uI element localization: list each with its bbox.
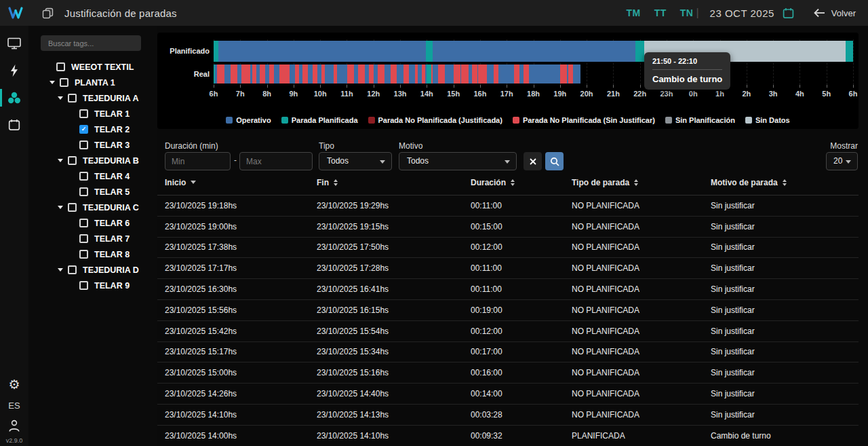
gantt-segment-nj[interactable]	[438, 64, 444, 83]
tree-item[interactable]: TEJEDURIA A	[28, 90, 157, 106]
gantt-segment-nj[interactable]	[302, 64, 309, 83]
sort-icon[interactable]	[334, 179, 338, 186]
gantt-segment-nj[interactable]	[560, 64, 567, 83]
tree-checkbox[interactable]: ✓	[79, 125, 88, 134]
nav-monitor[interactable]	[0, 30, 28, 57]
gantt-segment-op[interactable]	[218, 41, 426, 62]
tree-checkbox[interactable]	[68, 203, 77, 212]
clear-filters-button[interactable]	[524, 152, 542, 170]
table-row[interactable]: 23/10/2025 17:38hs23/10/2025 17:50hs00:1…	[157, 238, 859, 259]
table-row[interactable]: 23/10/2025 15:42hs23/10/2025 15:54hs00:1…	[157, 321, 859, 342]
nav-machines[interactable]	[0, 84, 28, 111]
gantt-segment-nj[interactable]	[295, 64, 299, 83]
gantt-segment-nj[interactable]	[321, 64, 325, 83]
gantt-row-real[interactable]	[214, 64, 853, 83]
tree-checkbox[interactable]	[79, 187, 88, 196]
gantt-segment-nj[interactable]	[358, 64, 365, 83]
shift-tm-button[interactable]: TM	[626, 7, 640, 18]
gantt-segment-nj[interactable]	[514, 64, 519, 83]
gantt-segment-pp[interactable]	[635, 41, 644, 62]
gantt-segment-nj[interactable]	[478, 64, 487, 83]
gantt-segment-nj[interactable]	[461, 64, 469, 83]
gantt-segment-pp[interactable]	[426, 41, 433, 62]
tree-item[interactable]: ✓TELAR 2	[28, 122, 157, 137]
tree-checkbox[interactable]	[79, 172, 88, 181]
gantt-segment-nj[interactable]	[279, 64, 290, 83]
gantt-segment-nj[interactable]	[391, 64, 397, 83]
column-header[interactable]: Motivo de parada	[703, 178, 859, 187]
tree-checkbox[interactable]	[68, 265, 77, 274]
gantt-segment-nj[interactable]	[217, 64, 224, 83]
brand-logo[interactable]	[0, 6, 31, 20]
gantt-segment-pp[interactable]	[214, 41, 218, 62]
gantt-segment-nj[interactable]	[494, 64, 498, 83]
gantt-row-planned[interactable]	[214, 41, 853, 62]
table-row[interactable]: 23/10/2025 16:30hs23/10/2025 16:41hs00:1…	[157, 279, 859, 300]
gantt-segment-nj[interactable]	[415, 64, 418, 83]
apply-filters-button[interactable]	[545, 152, 564, 170]
tree-checkbox[interactable]	[79, 281, 88, 290]
gantt-segment-nj[interactable]	[260, 64, 265, 83]
gantt-segment-nj[interactable]	[422, 64, 425, 83]
tree-item[interactable]: TEJEDURIA C	[28, 200, 157, 215]
language-selector[interactable]: ES	[8, 401, 20, 411]
tree-item[interactable]: TELAR 6	[28, 215, 157, 231]
nav-energy[interactable]	[0, 57, 28, 84]
gantt-segment-op[interactable]	[433, 41, 635, 62]
tree-item[interactable]: PLANTA 1	[28, 75, 157, 90]
tree-checkbox[interactable]	[60, 78, 68, 87]
tree-checkbox[interactable]	[79, 109, 88, 118]
table-row[interactable]: 23/10/2025 14:26hs23/10/2025 14:40hs00:1…	[157, 384, 859, 405]
tree-item[interactable]: TEJEDURIA D	[28, 262, 157, 278]
chevron-expanded-icon[interactable]	[58, 268, 63, 272]
gantt-segment-nj[interactable]	[241, 64, 250, 83]
user-icon[interactable]	[8, 419, 20, 432]
tree-checkbox[interactable]	[68, 156, 77, 165]
gantt-segment-pp[interactable]	[846, 41, 853, 62]
table-row[interactable]: 23/10/2025 14:00hs23/10/2025 14:10hs00:0…	[157, 426, 859, 446]
tree-item[interactable]: TEJEDURIA B	[28, 153, 157, 168]
gantt-segment-nj[interactable]	[313, 64, 317, 83]
duration-min-input[interactable]	[165, 152, 231, 170]
tree-item[interactable]: TELAR 4	[28, 168, 157, 184]
column-header[interactable]: Tipo de parada	[564, 178, 703, 187]
table-row[interactable]: 23/10/2025 15:17hs23/10/2025 15:34hs00:1…	[157, 342, 859, 363]
gantt-segment-nj[interactable]	[568, 64, 573, 83]
gantt-segment-nj[interactable]	[334, 64, 337, 83]
gantt-segment-nj[interactable]	[454, 64, 461, 83]
gantt-segment-nj[interactable]	[431, 64, 433, 83]
tree-item[interactable]: TELAR 1	[28, 106, 157, 122]
gantt-segment-nj[interactable]	[524, 64, 529, 83]
gantt-segment-nj[interactable]	[347, 64, 354, 83]
gantt-segment-pp[interactable]	[427, 64, 431, 83]
show-count-select[interactable]: 20	[826, 152, 858, 170]
tree-item[interactable]: TELAR 9	[28, 278, 157, 293]
shift-tt-button[interactable]: TT	[654, 7, 667, 18]
tree-item[interactable]: TELAR 7	[28, 231, 157, 246]
chevron-expanded-icon[interactable]	[58, 159, 63, 162]
table-row[interactable]: 23/10/2025 15:00hs23/10/2025 15:16hs00:1…	[157, 363, 859, 384]
gantt-segment-nj[interactable]	[472, 64, 477, 83]
column-header[interactable]: Inicio	[157, 178, 309, 187]
column-header[interactable]: Duración	[463, 178, 564, 187]
gantt-segment-nj[interactable]	[252, 64, 256, 83]
gantt-segment-nj[interactable]	[231, 64, 237, 83]
column-header[interactable]: Fin	[309, 178, 463, 187]
table-row[interactable]: 23/10/2025 14:10hs23/10/2025 14:13hs00:0…	[157, 405, 859, 426]
settings-gear-icon[interactable]: ⚙	[8, 378, 20, 392]
chevron-expanded-icon[interactable]	[50, 81, 55, 84]
reason-select[interactable]: Todos	[399, 152, 517, 170]
tree-item[interactable]: TELAR 3	[28, 137, 157, 153]
type-select[interactable]: Todos	[319, 152, 392, 170]
tree-checkbox[interactable]	[79, 141, 88, 149]
chevron-expanded-icon[interactable]	[58, 96, 63, 100]
duration-max-input[interactable]	[239, 152, 313, 170]
pages-icon[interactable]	[42, 7, 54, 19]
tree-item[interactable]: TELAR 5	[28, 184, 157, 200]
back-button[interactable]: Volver	[813, 8, 856, 18]
tree-checkbox[interactable]	[79, 219, 88, 227]
tree-checkbox[interactable]	[79, 234, 88, 243]
tree-item[interactable]: TELAR 8	[28, 246, 157, 262]
table-row[interactable]: 23/10/2025 19:18hs23/10/2025 19:29hs00:1…	[157, 196, 859, 217]
table-row[interactable]: 23/10/2025 19:00hs23/10/2025 19:15hs00:1…	[157, 217, 859, 238]
